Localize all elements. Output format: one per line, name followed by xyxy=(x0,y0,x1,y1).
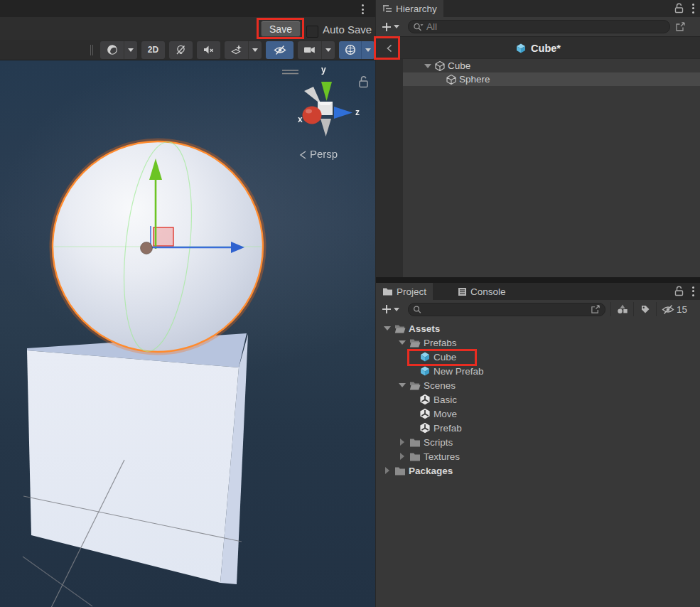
hierarchy-item-cube[interactable]: Cube xyxy=(403,59,700,72)
scene-camera-button[interactable] xyxy=(298,41,321,59)
project-tree: Assets Prefabs Cube New Prefab Scenes Ba… xyxy=(376,318,700,607)
audio-toggle-button[interactable] xyxy=(197,41,220,59)
projection-icon[interactable] xyxy=(298,149,308,161)
orientation-gizmo[interactable] xyxy=(282,70,367,136)
scene-view-topbar xyxy=(0,0,375,17)
folder-icon xyxy=(382,287,393,296)
caret-down-icon xyxy=(128,48,134,52)
search-by-label-button[interactable] xyxy=(634,304,656,314)
2d-label: 2D xyxy=(148,45,158,55)
effects-toggle-button[interactable] xyxy=(225,41,248,59)
project-item-scenes[interactable]: Scenes xyxy=(376,378,700,392)
project-item-move[interactable]: Move xyxy=(376,407,700,421)
scene-icon xyxy=(419,408,431,419)
hierarchy-search-input[interactable] xyxy=(426,21,665,32)
shaded-sphere-icon xyxy=(107,44,118,55)
gizmos-dropdown[interactable] xyxy=(361,41,375,59)
2d-toggle-button[interactable]: 2D xyxy=(141,41,165,59)
project-item-prefab[interactable]: Prefab xyxy=(376,421,700,435)
unity-editor-window: Save Auto Save 2D xyxy=(0,0,700,607)
open-in-window-icon[interactable] xyxy=(675,21,686,32)
project-toolbar: 15 xyxy=(376,300,700,318)
toolbar-drag-handle-icon[interactable] xyxy=(90,45,93,55)
auto-save-checkbox[interactable] xyxy=(306,26,318,38)
shading-mode-dropdown[interactable] xyxy=(124,41,137,59)
caret-down-icon xyxy=(325,48,331,52)
project-item-packages[interactable]: Packages xyxy=(376,463,700,478)
effects-dropdown[interactable] xyxy=(248,41,262,59)
scene-icon xyxy=(419,422,431,434)
z-axis-cone[interactable] xyxy=(334,107,352,119)
lock-open-icon[interactable] xyxy=(360,77,367,87)
lock-open-icon[interactable] xyxy=(674,3,684,14)
folder-open-icon xyxy=(394,323,406,334)
cube-object[interactable] xyxy=(23,333,248,607)
search-by-type-button[interactable] xyxy=(611,304,633,314)
gizmos-toggle-button[interactable] xyxy=(339,41,361,59)
caret-down-icon xyxy=(252,48,258,52)
hierarchy-gutter xyxy=(376,59,403,277)
y-axis-cone[interactable] xyxy=(321,82,332,101)
project-item-prefabs[interactable]: Prefabs xyxy=(376,335,700,350)
caret-down-icon xyxy=(365,48,371,52)
camera-icon xyxy=(303,45,316,54)
hidden-count-button[interactable]: 15 xyxy=(657,304,691,315)
project-search-field[interactable] xyxy=(408,303,605,316)
search-icon xyxy=(413,22,424,32)
orbit-gizmo-icon xyxy=(345,44,356,55)
folder-icon xyxy=(409,451,421,462)
hierarchy-panel: Hierarchy xyxy=(376,0,700,277)
project-item-assets[interactable]: Assets xyxy=(376,321,700,335)
project-item-cube[interactable]: Cube xyxy=(376,350,700,364)
project-item-label: Basic xyxy=(434,394,457,405)
projection-label[interactable]: Persp xyxy=(310,148,338,160)
scene-viewport[interactable]: y x z Persp xyxy=(0,60,375,607)
project-item-basic[interactable]: Basic xyxy=(376,392,700,407)
caret-down-icon xyxy=(394,308,399,311)
hierarchy-menu-icon[interactable] xyxy=(692,4,694,14)
save-button[interactable]: Save xyxy=(261,21,301,37)
project-item-textures[interactable]: Textures xyxy=(376,449,700,463)
caret-down-icon xyxy=(394,25,399,28)
shapes-icon xyxy=(617,304,628,314)
effects-icon xyxy=(231,45,242,55)
hierarchy-search-field[interactable] xyxy=(408,20,670,33)
scene-view-pane: Save Auto Save 2D xyxy=(0,0,375,607)
x-axis-ball[interactable] xyxy=(303,107,322,124)
scene-view-menu-icon[interactable] xyxy=(362,4,364,14)
create-asset-button[interactable] xyxy=(382,304,399,314)
tab-console[interactable]: Console xyxy=(451,283,512,300)
gizmo-center-handle[interactable] xyxy=(141,242,153,254)
gizmo-z-label: z xyxy=(355,107,360,117)
hierarchy-tab-label: Hierarchy xyxy=(396,4,437,14)
gizmo-y-label: y xyxy=(321,65,326,75)
project-menu-icon[interactable] xyxy=(692,286,694,296)
gameobject-icon xyxy=(434,60,446,72)
shading-mode-button[interactable] xyxy=(100,41,124,59)
panel-splitter[interactable] xyxy=(376,277,700,283)
project-item-new-prefab[interactable]: New Prefab xyxy=(376,364,700,378)
hierarchy-item-sphere[interactable]: Sphere xyxy=(403,72,700,86)
project-item-label: New Prefab xyxy=(434,366,484,377)
scene-icon xyxy=(419,394,431,405)
lighting-toggle-button[interactable] xyxy=(169,41,193,59)
project-search-input[interactable] xyxy=(425,304,588,315)
tab-project[interactable]: Project xyxy=(376,283,433,300)
lock-open-icon[interactable] xyxy=(674,286,684,296)
scene-camera-dropdown[interactable] xyxy=(321,41,335,59)
open-in-window-icon[interactable] xyxy=(591,304,601,314)
project-item-label: Prefab xyxy=(434,423,462,434)
lightbulb-off-icon xyxy=(176,45,186,55)
tab-hierarchy[interactable]: Hierarchy xyxy=(376,0,443,17)
project-item-label: Assets xyxy=(409,323,440,334)
create-object-button[interactable] xyxy=(382,22,399,32)
project-item-scripts[interactable]: Scripts xyxy=(376,435,700,449)
hidden-count-label: 15 xyxy=(677,304,687,315)
auto-save-label: Auto Save xyxy=(323,23,372,36)
prefab-mode-header: Cube* xyxy=(376,36,700,59)
project-panel: Project Console xyxy=(376,283,700,607)
project-item-label: Scripts xyxy=(424,437,453,448)
scene-visibility-toggle-button[interactable] xyxy=(266,41,294,59)
prefab-cube-icon xyxy=(515,43,527,54)
project-item-label: Textures xyxy=(424,451,460,462)
